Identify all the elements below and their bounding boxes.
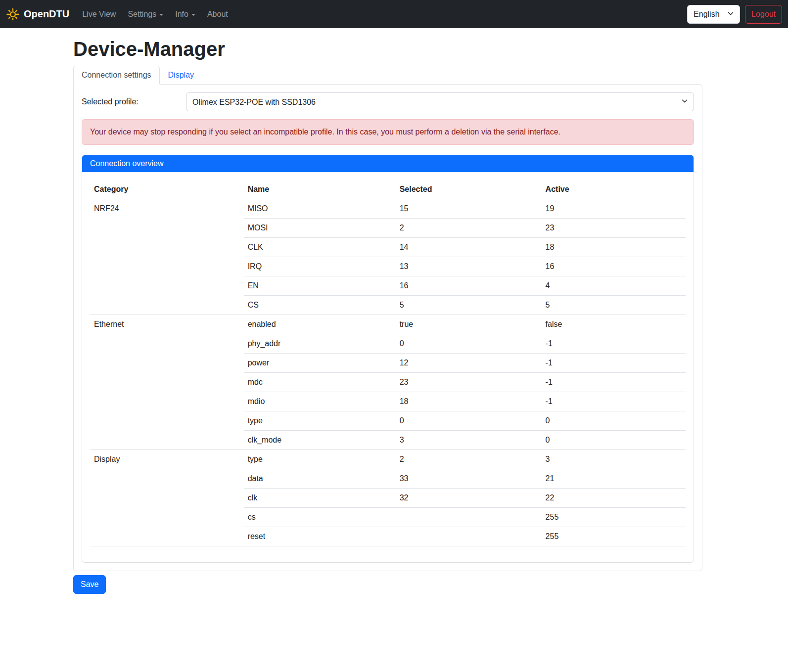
nav-item-info[interactable]: Info [171, 6, 199, 23]
navbar: OpenDTU Live ViewSettingsInfoAbout Engli… [0, 0, 788, 28]
active-cell: -1 [542, 373, 686, 392]
nav-item-settings[interactable]: Settings [124, 6, 167, 23]
active-cell: 21 [542, 469, 686, 489]
column-header-selected: Selected [396, 180, 542, 199]
selected-cell: 12 [396, 354, 542, 373]
profile-select-wrap: Olimex ESP32-POE with SSD1306 [186, 92, 694, 111]
selected-cell: 32 [396, 489, 542, 508]
name-cell: enabled [244, 315, 396, 334]
language-select[interactable]: English [687, 5, 740, 24]
active-cell: -1 [542, 392, 686, 411]
active-cell: 4 [542, 276, 686, 296]
active-cell: 5 [542, 296, 686, 315]
active-cell: 23 [542, 219, 686, 238]
name-cell: mdc [244, 373, 396, 392]
selected-cell: 13 [396, 257, 542, 276]
selected-cell: 0 [396, 411, 542, 431]
tab-content: Selected profile: Olimex ESP32-POE with … [73, 84, 702, 571]
active-cell: 255 [542, 508, 686, 527]
selected-cell: 15 [396, 199, 542, 219]
name-cell: reset [244, 527, 396, 546]
selected-cell: 3 [396, 431, 542, 450]
name-cell: MISO [244, 199, 396, 219]
selected-cell: 0 [396, 334, 542, 354]
table-row: Ethernetenabledtruefalse [90, 315, 686, 334]
nav-item-label: Info [175, 10, 188, 19]
active-cell: -1 [542, 334, 686, 354]
selected-cell: 14 [396, 238, 542, 257]
name-cell: CLK [244, 238, 396, 257]
selected-cell: 18 [396, 392, 542, 411]
name-cell: phy_addr [244, 334, 396, 354]
incompatible-profile-warning: Your device may stop responding if you s… [82, 119, 694, 145]
column-header-category: Category [90, 180, 244, 199]
card-body: CategoryNameSelectedActive NRF24MISO1519… [82, 172, 694, 562]
nav-item-label: About [207, 10, 228, 19]
main-content: Device-Manager Connection settingsDispla… [73, 38, 702, 594]
profile-select[interactable]: Olimex ESP32-POE with SSD1306 [186, 92, 694, 111]
page-title: Device-Manager [73, 38, 702, 60]
selected-cell [396, 508, 542, 527]
selected-cell: 23 [396, 373, 542, 392]
name-cell: mdio [244, 392, 396, 411]
connection-overview-card: Connection overview CategoryNameSelected… [82, 155, 694, 563]
active-cell: 16 [542, 257, 686, 276]
active-cell: false [542, 315, 686, 334]
table-header-row: CategoryNameSelectedActive [90, 180, 686, 199]
table-row: Displaytype23 [90, 450, 686, 469]
tab-display[interactable]: Display [160, 66, 202, 85]
brand-link[interactable]: OpenDTU [6, 7, 69, 21]
name-cell: type [244, 411, 396, 431]
name-cell: data [244, 469, 396, 489]
name-cell: type [244, 450, 396, 469]
selected-cell: true [396, 315, 542, 334]
category-cell: Display [90, 450, 244, 546]
active-cell: 3 [542, 450, 686, 469]
caret-down-icon [191, 14, 195, 16]
sun-icon [6, 7, 20, 21]
selected-cell [396, 527, 542, 546]
card-header: Connection overview [82, 155, 694, 172]
tab-connection-settings[interactable]: Connection settings [73, 66, 160, 85]
column-header-active: Active [542, 180, 686, 199]
brand-label: OpenDTU [24, 8, 69, 20]
caret-down-icon [159, 14, 163, 16]
name-cell: clk [244, 489, 396, 508]
category-cell: NRF24 [90, 199, 244, 315]
tab-bar: Connection settingsDisplay [73, 65, 702, 84]
active-cell: 19 [542, 199, 686, 219]
nav-item-live-view[interactable]: Live View [78, 6, 120, 23]
profile-label: Selected profile: [82, 97, 186, 106]
active-cell: 22 [542, 489, 686, 508]
column-header-name: Name [244, 180, 396, 199]
active-cell: 0 [542, 411, 686, 431]
save-button[interactable]: Save [73, 575, 106, 594]
name-cell: power [244, 354, 396, 373]
name-cell: CS [244, 296, 396, 315]
selected-cell: 16 [396, 276, 542, 296]
name-cell: cs [244, 508, 396, 527]
active-cell: -1 [542, 354, 686, 373]
table-row: NRF24MISO1519 [90, 199, 686, 219]
name-cell: clk_mode [244, 431, 396, 450]
nav-item-about[interactable]: About [203, 6, 232, 23]
active-cell: 18 [542, 238, 686, 257]
name-cell: IRQ [244, 257, 396, 276]
selected-cell: 5 [396, 296, 542, 315]
profile-row: Selected profile: Olimex ESP32-POE with … [82, 92, 694, 111]
selected-cell: 2 [396, 450, 542, 469]
nav-item-label: Settings [128, 10, 156, 19]
selected-cell: 33 [396, 469, 542, 489]
active-cell: 0 [542, 431, 686, 450]
logout-button[interactable]: Logout [745, 5, 782, 24]
category-cell: Ethernet [90, 315, 244, 450]
nav-links: Live ViewSettingsInfoAbout [78, 6, 687, 23]
connection-overview-table: CategoryNameSelectedActive NRF24MISO1519… [90, 180, 686, 546]
name-cell: EN [244, 276, 396, 296]
name-cell: MOSI [244, 219, 396, 238]
language-select-wrap: English [687, 5, 740, 24]
nav-right: English Logout [687, 5, 782, 24]
active-cell: 255 [542, 527, 686, 546]
selected-cell: 2 [396, 219, 542, 238]
nav-item-label: Live View [82, 10, 116, 19]
